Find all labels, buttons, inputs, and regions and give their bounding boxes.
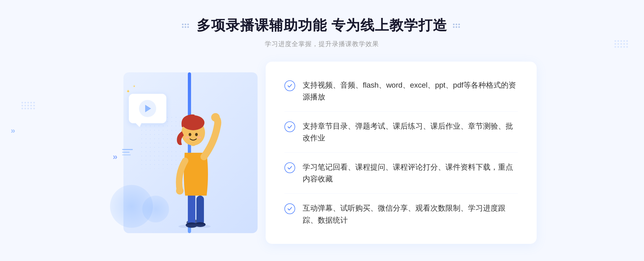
check-icon-4: [284, 203, 295, 214]
svg-point-1: [185, 24, 186, 25]
svg-point-26: [178, 224, 211, 228]
svg-point-10: [458, 24, 460, 25]
svg-point-6: [453, 24, 455, 25]
svg-point-2: [182, 26, 184, 28]
svg-rect-13: [188, 193, 195, 225]
divider-1: [284, 111, 518, 112]
header-section: 多项录播课辅助功能 专为线上教学打造 学习进度全掌握，提升录播课教学效果: [182, 0, 462, 56]
divider-3: [284, 193, 518, 194]
svg-point-4: [187, 24, 189, 25]
check-icon-2: [284, 121, 295, 132]
svg-point-5: [187, 26, 189, 28]
right-deco-dots: [453, 23, 462, 28]
character-illustration: [153, 88, 233, 228]
feature-text-2: 支持章节目录、弹题考试、课后练习、课后作业、章节测验、批改作业: [303, 120, 518, 144]
feature-text-3: 学习笔记回看、课程提问、课程评论打分、课件资料下载，重点内容收藏: [303, 161, 518, 185]
divider-2: [284, 152, 518, 153]
svg-point-3: [185, 26, 186, 28]
check-icon-1: [284, 80, 295, 91]
svg-point-17: [211, 113, 220, 122]
star-icon-1: ✦: [126, 88, 130, 94]
svg-point-11: [458, 26, 460, 28]
star-icon-2: ✦: [133, 84, 136, 88]
left-deco-dots: [182, 23, 191, 28]
left-chevron-icon: »: [11, 126, 13, 135]
right-decorative-dots: [614, 40, 628, 48]
feature-text-1: 支持视频、音频、flash、word、excel、ppt、pdf等各种格式的资源…: [303, 79, 518, 103]
feature-item-1: 支持视频、音频、flash、word、excel、ppt、pdf等各种格式的资源…: [284, 79, 518, 103]
svg-point-22: [189, 133, 191, 136]
svg-rect-14: [196, 196, 204, 225]
svg-point-25: [197, 136, 201, 139]
svg-point-7: [456, 24, 457, 25]
title-row: 多项录播课辅助功能 专为线上教学打造: [182, 16, 462, 35]
feature-item-3: 学习笔记回看、课程提问、课程评论打分、课件资料下载，重点内容收藏: [284, 161, 518, 185]
right-content-panel: 支持视频、音频、flash、word、excel、ppt、pdf等各种格式的资源…: [266, 62, 537, 244]
svg-point-24: [185, 136, 189, 139]
left-decorative-dots: [21, 102, 35, 109]
feature-text-4: 互动弹幕、试听购买、微信分享、观看次数限制、学习进度跟踪、数据统计: [303, 202, 518, 226]
page-container: » 多项录播课辅助功能 专为线上教学打造: [0, 0, 644, 261]
svg-point-18: [176, 187, 184, 195]
main-content: ✦ ✦: [107, 62, 537, 244]
svg-point-8: [453, 26, 455, 28]
inner-left-chevron-icon: »: [113, 151, 115, 161]
line-decorations: [122, 149, 133, 155]
svg-point-9: [456, 26, 457, 28]
play-triangle-icon: [145, 105, 151, 112]
page-title: 多项录播课辅助功能 专为线上教学打造: [197, 16, 447, 35]
left-illustration: ✦ ✦: [107, 62, 274, 244]
feature-item-4: 互动弹幕、试听购买、微信分享、观看次数限制、学习进度跟踪、数据统计: [284, 202, 518, 226]
feature-item-2: 支持章节目录、弹题考试、课后练习、课后作业、章节测验、批改作业: [284, 120, 518, 144]
svg-point-23: [195, 133, 198, 136]
page-subtitle: 学习进度全掌握，提升录播课教学效果: [182, 40, 462, 48]
svg-point-0: [182, 24, 184, 25]
check-icon-3: [284, 162, 295, 173]
